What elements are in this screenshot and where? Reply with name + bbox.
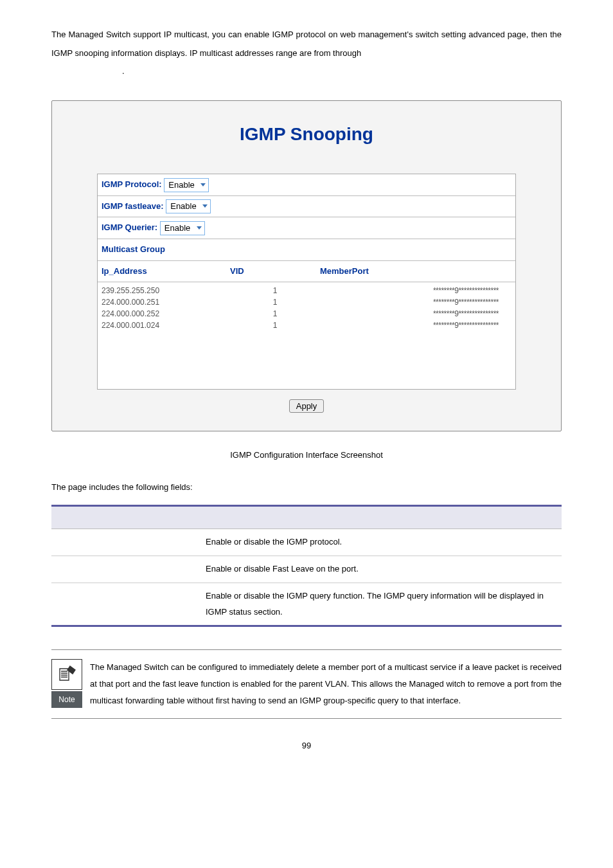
cell-object [51, 529, 199, 556]
note-block: Note The Managed Switch can be configure… [51, 649, 562, 719]
cell-ip: 224.000.001.024 [102, 320, 230, 331]
chevron-down-icon [202, 204, 208, 208]
igmp-fastleave-row: IGMP fastleave: Enable [98, 196, 515, 218]
cell-object [51, 583, 199, 626]
apply-wrapper: Apply [97, 399, 516, 415]
table-row: 239.255.255.250 1 ********9*************… [102, 285, 511, 296]
cell-port: ********9*************** [320, 308, 511, 320]
grid-body: 239.255.255.250 1 ********9*************… [98, 282, 515, 389]
cell-ip: 224.000.000.252 [102, 308, 230, 320]
cell-description: Enable or disable Fast Leave on the port… [199, 556, 562, 583]
apply-button[interactable]: Apply [289, 399, 324, 413]
igmp-protocol-value: Enable [168, 180, 194, 190]
fields-header-description [199, 506, 562, 529]
igmp-querier-value: Enable [164, 223, 190, 233]
cell-object [51, 556, 199, 583]
note-text: The Managed Switch can be configured to … [90, 659, 562, 709]
multicast-group-row: Multicast Group [98, 239, 515, 261]
multicast-group-label: Multicast Group [102, 244, 165, 254]
igmp-querier-label: IGMP Querier: [102, 222, 157, 232]
igmp-protocol-label: IGMP Protocol: [102, 179, 162, 189]
grid-header-ip: Ip_Address [102, 264, 230, 280]
table-row: 224.000.001.024 1 ********9*************… [102, 320, 511, 331]
config-panel: IGMP Protocol: Enable IGMP fastleave: En… [97, 174, 516, 390]
intro-tail: . [122, 66, 125, 76]
cell-port: ********9*************** [320, 285, 511, 296]
chevron-down-icon [197, 226, 202, 230]
cell-ip: 224.000.000.251 [102, 296, 230, 308]
table-row: 224.000.000.252 1 ********9*************… [102, 308, 511, 320]
cell-port: ********9*************** [320, 296, 511, 308]
cell-description: Enable or disable the IGMP query functio… [199, 583, 562, 626]
igmp-fastleave-select[interactable]: Enable [166, 199, 211, 213]
note-label: Note [51, 691, 82, 708]
fields-table: Enable or disable the IGMP protocol. Ena… [51, 505, 562, 627]
table-row: 224.000.000.251 1 ********9*************… [102, 296, 511, 308]
cell-vid: 1 [230, 296, 320, 308]
table-row: Enable or disable Fast Leave on the port… [51, 556, 562, 583]
intro-paragraph: The Managed Switch support IP multicast,… [51, 26, 562, 81]
chevron-down-icon [200, 183, 206, 186]
screenshot-container: IGMP Snooping IGMP Protocol: Enable IGMP… [51, 100, 562, 431]
section-lead: The page includes the following fields: [51, 480, 562, 496]
intro-text: The Managed Switch support IP multicast,… [51, 30, 562, 58]
igmp-querier-select[interactable]: Enable [160, 221, 205, 235]
note-icon [51, 659, 82, 690]
page-number: 99 [51, 738, 562, 754]
table-row: Enable or disable the IGMP query functio… [51, 583, 562, 626]
cell-description: Enable or disable the IGMP protocol. [199, 529, 562, 556]
cell-vid: 1 [230, 285, 320, 296]
cell-vid: 1 [230, 308, 320, 320]
igmp-fastleave-label: IGMP fastleave: [102, 201, 164, 211]
fields-header-object [51, 506, 199, 529]
screenshot-caption: IGMP Configuration Interface Screenshot [51, 448, 562, 464]
cell-ip: 239.255.255.250 [102, 285, 230, 296]
fields-header-row [51, 506, 562, 529]
igmp-protocol-row: IGMP Protocol: Enable [98, 174, 515, 196]
note-icon-column: Note [51, 659, 82, 708]
igmp-fastleave-value: Enable [170, 201, 196, 211]
table-row: Enable or disable the IGMP protocol. [51, 529, 562, 556]
grid-header-memberport: MemberPort [320, 264, 511, 280]
grid-header-vid: VID [230, 264, 320, 280]
igmp-protocol-select[interactable]: Enable [164, 178, 209, 192]
cell-vid: 1 [230, 320, 320, 331]
igmp-querier-row: IGMP Querier: Enable [98, 217, 515, 239]
screenshot-title: IGMP Snooping [97, 117, 516, 151]
grid-header: Ip_Address VID MemberPort [98, 261, 515, 283]
cell-port: ********9*************** [320, 320, 511, 331]
